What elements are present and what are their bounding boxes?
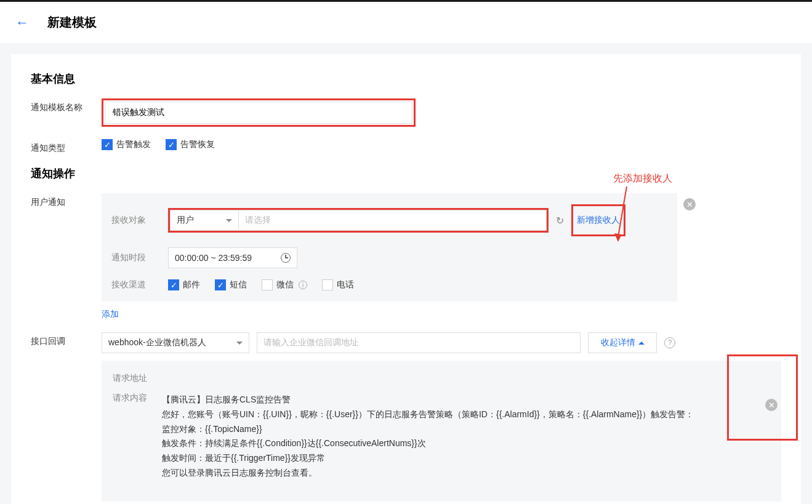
- channel-wechat-label: 微信: [276, 279, 294, 290]
- alarm-trigger-label: 告警触发: [116, 139, 151, 150]
- collapse-details-button[interactable]: 收起详情: [588, 332, 657, 353]
- channel-wechat-checkbox[interactable]: 微信 i: [262, 279, 307, 290]
- request-body-label: 请求内容: [113, 393, 162, 481]
- chevron-up-icon: [638, 342, 645, 345]
- recipient-type-select[interactable]: 用户: [170, 210, 239, 231]
- add-user-notif-link[interactable]: 添加: [102, 309, 119, 320]
- channel-phone-label: 电话: [337, 279, 354, 290]
- notif-type-label: 通知类型: [31, 139, 102, 154]
- collapse-text: 收起详情: [601, 337, 635, 348]
- channel-email-label: 邮件: [183, 279, 200, 290]
- check-icon: ✓: [215, 279, 226, 290]
- request-body-content: 【腾讯云】日志服务CLS监控告警 您好，您账号（账号UIN：{{.UIN}}，昵…: [162, 393, 770, 481]
- webhook-label: 接口回调: [31, 332, 102, 347]
- channel-phone-checkbox[interactable]: 电话: [322, 279, 354, 290]
- main-card: 基本信息 通知模板名称 通知类型 ✓ 告警触发 ✓ 告警恢复: [11, 54, 801, 504]
- back-arrow-icon[interactable]: ←: [15, 15, 29, 31]
- channel-label: 接收渠道: [111, 279, 161, 290]
- annotation-highlight-box: [727, 354, 798, 441]
- close-icon[interactable]: ✕: [683, 198, 696, 210]
- recipient-type-value: 用户: [177, 215, 194, 226]
- alarm-trigger-checkbox[interactable]: ✓ 告警触发: [102, 139, 151, 150]
- body-line: 监控对象：{{.TopicName}}: [162, 422, 770, 437]
- time-period-value: 00:00:00 ~ 23:59:59: [175, 253, 252, 263]
- close-icon[interactable]: ✕: [765, 399, 778, 411]
- svg-line-0: [618, 186, 627, 237]
- check-icon: ✓: [168, 279, 179, 290]
- alarm-recover-checkbox[interactable]: ✓ 告警恢复: [166, 139, 215, 150]
- help-icon[interactable]: ?: [664, 337, 675, 348]
- check-icon: ✓: [166, 139, 177, 150]
- webhook-type-select[interactable]: webhook-企业微信机器人: [102, 332, 249, 353]
- refresh-icon[interactable]: ↻: [556, 215, 564, 226]
- request-url-label: 请求地址: [113, 373, 162, 384]
- svg-marker-1: [614, 233, 622, 242]
- annotation-arrow-icon: [613, 186, 632, 245]
- body-line: 触发条件：持续满足条件{{.Condition}}达{{.Consecutive…: [162, 436, 770, 451]
- page-header: ← 新建模板: [0, 2, 812, 43]
- webhook-url-input[interactable]: 请输入企业微信回调地址: [257, 332, 581, 353]
- basic-info-title: 基本信息: [31, 71, 781, 86]
- body-line: 【腾讯云】日志服务CLS监控告警: [162, 393, 770, 407]
- recipient-select[interactable]: 请选择: [239, 210, 547, 231]
- checkbox-icon: [322, 279, 333, 290]
- annotation-add-recipient: 先添加接收人: [613, 172, 672, 185]
- body-line: 您好，您账号（账号UIN：{{.UIN}}，昵称：{{.User}}）下的日志服…: [162, 407, 770, 422]
- channel-sms-checkbox[interactable]: ✓ 短信: [215, 279, 247, 290]
- recipient-placeholder: 请选择: [245, 215, 271, 226]
- checkbox-icon: [262, 279, 273, 290]
- check-icon: ✓: [102, 139, 113, 150]
- user-notif-label: 用户通知: [31, 193, 102, 208]
- channel-sms-label: 短信: [230, 279, 247, 290]
- channel-email-checkbox[interactable]: ✓ 邮件: [168, 279, 200, 290]
- webhook-type-value: webhook-企业微信机器人: [108, 337, 206, 348]
- webhook-detail-panel: 请求地址 请求内容 【腾讯云】日志服务CLS监控告警 您好，您账号（账号UIN：…: [102, 361, 781, 502]
- user-notif-panel: 接收对象 用户 请选择 ↻ 新增接收人: [102, 193, 677, 302]
- webhook-url-placeholder: 请输入企业微信回调地址: [263, 337, 358, 348]
- recipient-label: 接收对象: [111, 215, 161, 226]
- info-icon[interactable]: i: [299, 281, 307, 289]
- time-period-input[interactable]: 00:00:00 ~ 23:59:59: [168, 247, 297, 268]
- body-line: 触发时间：最近于{{.TriggerTime}}发现异常: [162, 451, 770, 466]
- template-name-label: 通知模板名称: [31, 98, 102, 113]
- body-line: 您可以登录腾讯云日志服务控制台查看。: [162, 466, 770, 481]
- alarm-recover-label: 告警恢复: [180, 139, 215, 150]
- chevron-down-icon: [226, 219, 232, 222]
- page-title: 新建模板: [47, 14, 97, 31]
- template-name-input[interactable]: [105, 102, 412, 124]
- clock-icon: [281, 253, 291, 263]
- chevron-down-icon: [236, 342, 243, 345]
- time-period-label: 通知时段: [111, 252, 161, 263]
